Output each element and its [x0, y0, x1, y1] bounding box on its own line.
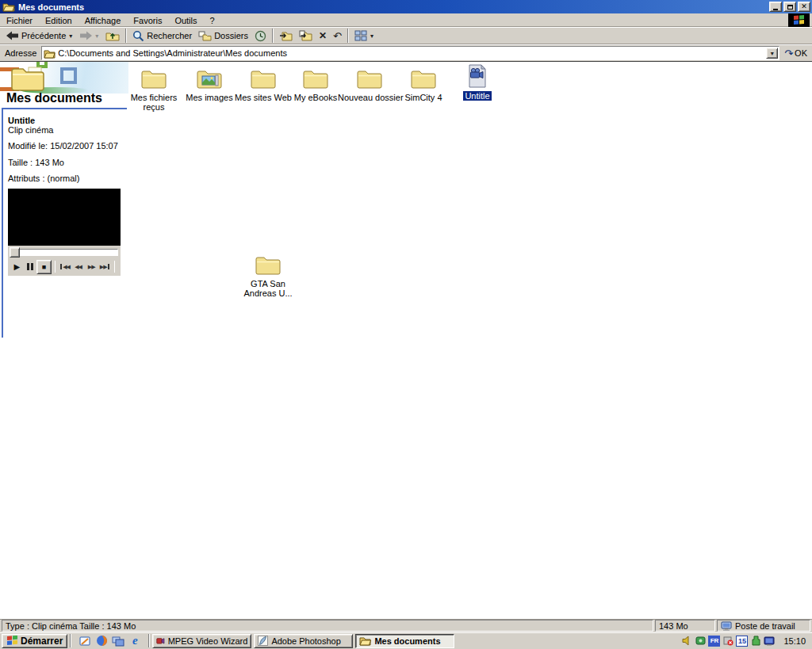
status-info-pane: Type : Clip cinéma Taille : 143 Mo: [2, 620, 653, 632]
window-folder-icon: [2, 2, 15, 13]
back-button[interactable]: Précédente ▾: [3, 28, 76, 44]
menu-edition[interactable]: Edition: [39, 15, 79, 26]
seek-thumb[interactable]: [10, 247, 20, 258]
rewind-button[interactable]: ◀◀: [71, 261, 85, 273]
file-view: Mes documents Untitle Clip cinéma Modifi…: [0, 62, 812, 619]
window-titlebar[interactable]: Mes documents ✕: [0, 0, 812, 13]
up-button[interactable]: [102, 28, 123, 44]
views-grid-icon: [354, 30, 367, 41]
show-desktop-icon[interactable]: [79, 635, 91, 647]
file-item-gta-san-andreas[interactable]: GTA San Andreas U...: [236, 254, 300, 298]
copy-to-button[interactable]: [296, 28, 316, 44]
address-label: Adresse: [3, 48, 41, 58]
taskbar: Démarrer: [0, 632, 812, 649]
delete-icon: ✕: [319, 30, 327, 41]
menu-help[interactable]: ?: [204, 15, 221, 26]
windows-explorer-icon[interactable]: [112, 635, 124, 647]
go-label: OK: [795, 48, 807, 58]
pause-button[interactable]: [24, 261, 37, 273]
rewind-icon: ◀◀: [75, 264, 82, 270]
webview-panel: Mes documents Untitle Clip cinéma Modifi…: [0, 62, 128, 619]
skip-back-button[interactable]: ◀◀: [59, 261, 72, 273]
status-size-pane: 143 Mo: [655, 620, 715, 632]
mpeg-video-wizard-icon: [156, 636, 164, 646]
start-button[interactable]: Démarrer: [2, 634, 67, 648]
search-label: Rechercher: [147, 31, 192, 40]
selected-file-name: Untitle: [8, 116, 35, 125]
taskbar-separator: [148, 634, 150, 647]
language-indicator[interactable]: FR: [708, 636, 720, 647]
folders-tree-icon: [198, 30, 212, 41]
toolbar-separator: [125, 29, 127, 43]
task-label: Adobe Photoshop: [271, 636, 340, 646]
folder-icon: [255, 254, 282, 276]
skip-end-icon: ▶▶: [100, 264, 109, 270]
minimize-button[interactable]: [769, 2, 782, 12]
close-button[interactable]: ✕: [798, 2, 810, 12]
folder-icon: [140, 67, 167, 90]
task-label: MPEG Video Wizard: [168, 636, 248, 646]
forward-dropdown-icon[interactable]: ▾: [94, 32, 99, 40]
selected-file-type: Clip cinéma: [8, 125, 53, 135]
firefox-icon[interactable]: [95, 635, 108, 647]
move-to-button[interactable]: [276, 28, 296, 44]
taskbar-clock[interactable]: 15:10: [783, 636, 806, 646]
graphics-utility-icon[interactable]: [695, 636, 706, 647]
calendar-tray-icon[interactable]: 15: [736, 636, 748, 647]
task-mes-documents[interactable]: Mes documents: [355, 634, 454, 648]
taskbar-separator: [70, 634, 71, 647]
display-settings-icon[interactable]: [764, 636, 775, 647]
file-item-untitle[interactable]: Untitle: [446, 64, 509, 101]
file-item-mes-fichiers-recus[interactable]: Mes fichiers reçus: [122, 67, 186, 112]
skip-end-button[interactable]: ▶▶: [98, 261, 111, 273]
task-mpeg-video-wizard[interactable]: MPEG Video Wizard: [152, 634, 251, 648]
address-dropdown-button[interactable]: ▾: [766, 48, 778, 59]
history-button[interactable]: [251, 28, 270, 44]
menu-affichage[interactable]: Affichage: [79, 15, 128, 26]
fast-forward-button[interactable]: ▶▶: [85, 261, 98, 273]
delete-button[interactable]: ✕: [316, 28, 330, 44]
search-button[interactable]: Rechercher: [129, 28, 195, 44]
open-folder-icon: [359, 636, 371, 646]
close-icon: ✕: [801, 3, 807, 10]
panel-title: Mes documents: [6, 91, 102, 105]
back-dropdown-icon[interactable]: ▾: [68, 32, 73, 40]
device-error-icon[interactable]: [722, 636, 733, 647]
banner-folder-icon: [10, 64, 48, 94]
stop-button[interactable]: ■: [36, 260, 52, 274]
file-item-label: Untitle: [446, 91, 509, 101]
forward-button[interactable]: ▾: [76, 28, 102, 44]
media-controls-bar: ▶ ■ ◀◀ ◀◀: [8, 246, 121, 276]
views-button[interactable]: ▾: [351, 28, 377, 44]
menu-favoris[interactable]: Favoris: [127, 15, 168, 26]
seek-track[interactable]: [10, 249, 118, 256]
status-bar: Type : Clip cinéma Taille : 143 Mo 143 M…: [0, 619, 812, 632]
status-size-text: 143 Mo: [659, 621, 688, 631]
folders-button[interactable]: Dossiers: [195, 28, 251, 44]
status-zone-pane: Poste de travail: [717, 620, 810, 632]
selected-file-size: Taille : 143 Mo: [8, 158, 64, 167]
play-button[interactable]: ▶: [10, 261, 24, 273]
restore-icon: [787, 5, 793, 10]
task-adobe-photoshop[interactable]: Adobe Photoshop: [254, 634, 353, 648]
volume-icon[interactable]: [681, 636, 692, 647]
network-status-icon[interactable]: [750, 636, 761, 647]
history-clock-icon: [255, 30, 266, 42]
menu-fichier[interactable]: Fichier: [0, 15, 39, 26]
views-dropdown-icon: ▾: [370, 32, 374, 40]
file-item-label: GTA San Andreas U...: [236, 279, 300, 298]
images-folder-icon: [196, 67, 223, 90]
go-button[interactable]: ↷ OK: [784, 48, 809, 59]
controls-separator: [55, 261, 56, 273]
undo-button[interactable]: ↶: [330, 28, 345, 44]
undo-icon: ↶: [333, 30, 342, 42]
restore-button[interactable]: [783, 2, 796, 12]
internet-explorer-icon[interactable]: e: [128, 635, 141, 647]
menu-outils[interactable]: Outils: [168, 15, 203, 26]
address-input[interactable]: C:\Documents and Settings\Administrateur…: [41, 46, 779, 60]
video-preview-screen: [8, 189, 121, 246]
task-label: Mes documents: [374, 636, 440, 646]
banner-blue-square: [60, 67, 77, 84]
desktop-screen: Mes documents ✕ Fichier Edition Affichag…: [0, 0, 812, 649]
controls-separator: [114, 261, 115, 273]
